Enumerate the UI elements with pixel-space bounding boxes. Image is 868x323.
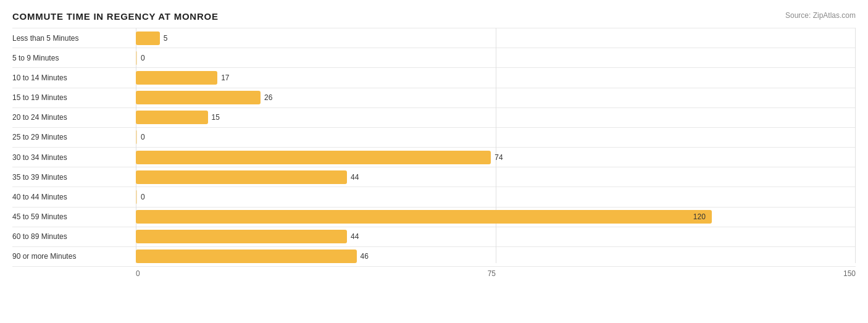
bar-row: 25 to 29 Minutes0 xyxy=(12,128,856,148)
bar-label: 35 to 39 Minutes xyxy=(12,173,136,182)
bar-track: 44 xyxy=(136,230,856,243)
bar-value: 26 xyxy=(264,93,272,102)
bar-label: 60 to 89 Minutes xyxy=(12,232,136,241)
bar-label: 30 to 34 Minutes xyxy=(12,153,136,162)
bar-value: 46 xyxy=(361,252,369,261)
bar-fill xyxy=(136,130,137,144)
bar-fill xyxy=(136,51,137,65)
bar-track: 46 xyxy=(136,250,856,263)
chart-container: COMMUTE TIME IN REGENCY AT MONROE Source… xyxy=(0,0,868,323)
bar-fill xyxy=(136,71,217,85)
bar-row: 90 or more Minutes46 xyxy=(12,247,856,267)
chart-source: Source: ZipAtlas.com xyxy=(785,11,856,20)
bar-track: 0 xyxy=(136,130,856,144)
bar-row: 60 to 89 Minutes44 xyxy=(12,227,856,247)
bar-value: 0 xyxy=(141,193,145,201)
bar-track: 26 xyxy=(136,91,856,104)
bar-fill xyxy=(136,230,347,243)
bar-fill xyxy=(136,210,712,224)
chart-header: COMMUTE TIME IN REGENCY AT MONROE Source… xyxy=(12,11,856,22)
bar-label: 10 to 14 Minutes xyxy=(12,73,136,82)
bar-track: 44 xyxy=(136,170,856,184)
bar-value: 44 xyxy=(351,232,359,241)
bar-value: 44 xyxy=(351,173,359,182)
bar-label: 25 to 29 Minutes xyxy=(12,133,136,141)
x-axis-label: 150 xyxy=(843,269,856,278)
bar-label: 90 or more Minutes xyxy=(12,252,136,261)
bar-value: 120 xyxy=(693,212,706,221)
bar-fill xyxy=(136,250,357,263)
bar-track: 15 xyxy=(136,111,856,124)
bar-row: 45 to 59 Minutes120 xyxy=(12,208,856,227)
bar-row: 40 to 44 Minutes0 xyxy=(12,187,856,207)
bar-fill xyxy=(136,111,208,124)
bar-label: 5 to 9 Minutes xyxy=(12,54,136,62)
bars-area: Less than 5 Minutes55 to 9 Minutes010 to… xyxy=(12,28,856,267)
x-axis-label: 75 xyxy=(488,269,496,278)
bar-label: 45 to 59 Minutes xyxy=(12,212,136,221)
bar-row: 5 to 9 Minutes0 xyxy=(12,48,856,68)
bar-label: 40 to 44 Minutes xyxy=(12,193,136,201)
bar-fill xyxy=(136,190,137,204)
bar-row: Less than 5 Minutes5 xyxy=(12,28,856,48)
bar-track: 120 xyxy=(136,210,856,224)
chart-area: Less than 5 Minutes55 to 9 Minutes010 to… xyxy=(12,28,856,278)
bar-label: 20 to 24 Minutes xyxy=(12,113,136,122)
bar-fill xyxy=(136,91,261,104)
bar-label: 15 to 19 Minutes xyxy=(12,93,136,102)
x-axis: 075150 xyxy=(136,269,856,278)
bar-value: 15 xyxy=(212,113,220,122)
bar-track: 0 xyxy=(136,51,856,65)
bar-value: 17 xyxy=(221,73,229,82)
bar-value: 0 xyxy=(141,54,145,62)
bar-row: 20 to 24 Minutes15 xyxy=(12,108,856,128)
bar-value: 0 xyxy=(141,133,145,141)
bar-track: 5 xyxy=(136,31,856,45)
bar-track: 0 xyxy=(136,190,856,204)
bar-fill xyxy=(136,151,491,164)
chart-title: COMMUTE TIME IN REGENCY AT MONROE xyxy=(12,11,219,22)
bar-value: 74 xyxy=(495,153,503,162)
bar-row: 30 to 34 Minutes74 xyxy=(12,148,856,167)
bar-fill xyxy=(136,170,347,184)
bar-row: 15 to 19 Minutes26 xyxy=(12,88,856,108)
bar-value: 5 xyxy=(164,34,168,43)
bar-label: Less than 5 Minutes xyxy=(12,34,136,43)
bar-track: 74 xyxy=(136,151,856,164)
bar-row: 35 to 39 Minutes44 xyxy=(12,167,856,187)
x-axis-label: 0 xyxy=(136,269,140,278)
bar-fill xyxy=(136,31,160,45)
bar-track: 17 xyxy=(136,71,856,85)
bar-row: 10 to 14 Minutes17 xyxy=(12,68,856,88)
